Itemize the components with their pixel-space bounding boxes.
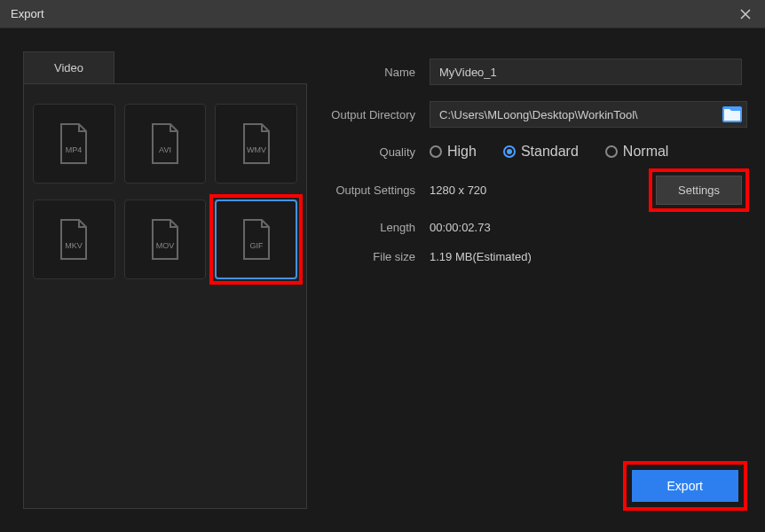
close-icon bbox=[740, 9, 751, 20]
quality-normal-radio[interactable]: Normal bbox=[605, 144, 669, 160]
filesize-label: File size bbox=[323, 250, 430, 263]
output-dir-input[interactable] bbox=[430, 101, 747, 128]
name-input[interactable] bbox=[430, 59, 742, 85]
quality-row: Quality High Standard Normal bbox=[323, 144, 742, 160]
filesize-value: 1.19 MB(Estimated) bbox=[430, 250, 742, 263]
quality-normal-label: Normal bbox=[623, 144, 669, 160]
format-mkv[interactable]: MKV bbox=[33, 200, 115, 279]
file-icon: MP4 bbox=[56, 122, 91, 165]
output-settings-row: Output Settings 1280 x 720 Settings bbox=[323, 176, 742, 205]
radio-icon bbox=[605, 145, 618, 158]
output-settings-value: 1280 x 720 bbox=[430, 184, 656, 197]
format-avi[interactable]: AVI bbox=[124, 104, 207, 184]
format-gif[interactable]: GIF bbox=[215, 200, 297, 279]
name-label: Name bbox=[323, 66, 430, 79]
file-icon: WMV bbox=[239, 122, 274, 165]
window-title: Export bbox=[11, 7, 44, 20]
folder-icon bbox=[722, 106, 742, 122]
radio-icon bbox=[430, 145, 442, 158]
filesize-row: File size 1.19 MB(Estimated) bbox=[323, 250, 742, 263]
file-icon: MOV bbox=[147, 218, 183, 261]
quality-high-label: High bbox=[447, 144, 477, 160]
format-mp4[interactable]: MP4 bbox=[33, 104, 115, 184]
quality-standard-radio[interactable]: Standard bbox=[503, 144, 579, 160]
settings-button[interactable]: Settings bbox=[656, 176, 742, 205]
length-row: Length 00:00:02.73 bbox=[323, 221, 742, 234]
right-panel: Name Output Directory Quality High Stand… bbox=[316, 51, 742, 509]
svg-text:MOV: MOV bbox=[156, 241, 175, 250]
browse-folder-button[interactable] bbox=[722, 106, 742, 122]
content-area: Video MP4 AVI WMV MKV bbox=[0, 28, 765, 532]
export-button[interactable]: Export bbox=[632, 470, 738, 502]
format-grid: MP4 AVI WMV MKV MOV bbox=[23, 83, 307, 509]
tab-bar: Video bbox=[23, 51, 307, 83]
output-dir-row: Output Directory bbox=[323, 101, 742, 128]
length-label: Length bbox=[323, 221, 430, 234]
title-bar: Export bbox=[0, 0, 765, 28]
file-icon: AVI bbox=[147, 122, 183, 165]
svg-text:MKV: MKV bbox=[66, 241, 83, 250]
length-value: 00:00:02.73 bbox=[430, 221, 742, 234]
tab-video[interactable]: Video bbox=[23, 51, 114, 83]
output-dir-label: Output Directory bbox=[323, 108, 430, 121]
file-icon: MKV bbox=[56, 218, 91, 261]
svg-text:GIF: GIF bbox=[249, 241, 264, 250]
name-row: Name bbox=[323, 59, 742, 85]
svg-text:MP4: MP4 bbox=[66, 145, 83, 154]
format-wmv[interactable]: WMV bbox=[215, 104, 297, 184]
quality-standard-label: Standard bbox=[521, 144, 579, 160]
left-panel: Video MP4 AVI WMV MKV bbox=[23, 51, 307, 509]
output-settings-label: Output Settings bbox=[323, 184, 430, 197]
file-icon: GIF bbox=[239, 218, 274, 261]
svg-text:AVI: AVI bbox=[159, 145, 171, 154]
radio-icon bbox=[503, 145, 516, 158]
footer: Export bbox=[323, 470, 742, 509]
quality-label: Quality bbox=[323, 145, 430, 159]
quality-high-radio[interactable]: High bbox=[430, 144, 477, 160]
format-mov[interactable]: MOV bbox=[124, 200, 207, 279]
close-button[interactable] bbox=[737, 5, 754, 23]
quality-radio-group: High Standard Normal bbox=[430, 144, 668, 160]
svg-text:WMV: WMV bbox=[247, 145, 266, 154]
